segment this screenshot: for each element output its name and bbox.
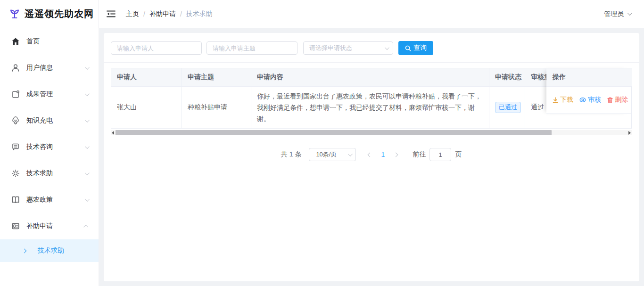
download-label: 下载: [560, 96, 573, 104]
delete-link[interactable]: 删除: [607, 96, 628, 104]
cell-status: 已通过: [489, 87, 525, 129]
chevron-down-icon: [385, 45, 389, 50]
scroll-right-arrow-icon[interactable]: [628, 131, 631, 135]
cell-applicant: 张大山: [111, 87, 182, 129]
cell-operations: 下载 审核: [546, 87, 631, 114]
chevron-down-icon: [627, 11, 632, 16]
chevron-down-icon: [85, 91, 90, 96]
scrollbar-thumb[interactable]: [116, 130, 552, 135]
applications-table: 申请人 申请主题 申请内容 申请状态 审核意见 张大山 种粮补贴申请 你好，最近…: [111, 68, 632, 129]
delete-label: 删除: [615, 96, 628, 104]
fixed-operation-column: 操作 下载: [546, 68, 631, 114]
admin-name: 管理员: [604, 10, 624, 18]
cell-subject: 种粮补贴申请: [182, 87, 251, 129]
col-header-applicant: 申请人: [111, 68, 182, 87]
review-label: 审核: [588, 96, 601, 104]
content-card: 请选择申请状态 查询 申请人: [104, 33, 639, 281]
admin-dropdown[interactable]: 管理员: [604, 10, 644, 18]
sidebar-item-label: 补助申请: [26, 222, 85, 230]
page-size-value: 10条/页: [316, 150, 348, 159]
breadcrumb-home[interactable]: 主页: [126, 10, 139, 18]
sidebar-item-knowledge[interactable]: 知识充电: [0, 107, 99, 134]
pagination: 共 1 条 10条/页 1 前往 页: [111, 148, 632, 161]
goto-page-input[interactable]: [429, 148, 451, 161]
chevron-down-icon: [85, 197, 90, 202]
status-badge: 已通过: [495, 102, 521, 113]
col-header-status: 申请状态: [489, 68, 525, 87]
download-link[interactable]: 下载: [553, 96, 573, 104]
chevron-down-icon: [85, 171, 90, 175]
header-left: 主页 / 补助申请 / 技术求助: [99, 10, 604, 18]
total-count: 共 1 条: [281, 150, 302, 159]
subject-input[interactable]: [206, 41, 297, 55]
sidebar-item-label: 惠农政策: [26, 196, 85, 204]
sidebar-item-label: 技术求助: [26, 169, 85, 178]
knowledge-icon: [11, 116, 20, 125]
card-icon: [11, 222, 20, 230]
chevron-down-icon: [85, 65, 90, 70]
next-page-button[interactable]: [389, 153, 402, 156]
sidebar-item-tech-help[interactable]: 技术求助: [0, 160, 99, 187]
sidebar: 首页 用户信息 成果管理: [0, 28, 99, 286]
col-header-operation: 操作: [546, 68, 631, 87]
top-header: 遥遥领先助农网 主页 / 补助申请 / 技术求助 管理员: [0, 0, 644, 28]
chevron-left-icon: [368, 152, 372, 157]
review-link[interactable]: 审核: [579, 96, 601, 104]
prev-page-button[interactable]: [363, 153, 376, 156]
user-icon: [11, 64, 20, 72]
breadcrumb-current: 技术求助: [186, 10, 213, 18]
col-header-subject: 申请主题: [182, 68, 251, 87]
scroll-left-arrow-icon[interactable]: [112, 131, 114, 135]
query-button-label: 查询: [413, 44, 427, 52]
chevron-down-icon: [348, 152, 353, 156]
sprout-logo-icon: [8, 8, 21, 20]
sidebar-item-label: 技术咨询: [26, 143, 85, 151]
chevron-down-icon: [85, 144, 90, 149]
logo[interactable]: 遥遥领先助农网: [0, 0, 99, 28]
sidebar-item-label: 首页: [26, 37, 88, 46]
query-button[interactable]: 查询: [398, 41, 433, 55]
sidebar-item-user-info[interactable]: 用户信息: [0, 55, 99, 81]
col-header-content: 申请内容: [251, 68, 489, 87]
open-book-icon: [11, 196, 20, 204]
search-bar: 请选择申请状态 查询: [111, 41, 632, 55]
sidebar-item-subsidy-apply[interactable]: 补助申请: [0, 213, 99, 239]
home-icon: [11, 37, 20, 46]
sidebar-item-farm-policy[interactable]: 惠农政策: [0, 187, 99, 213]
submenu-item-label: 技术求助: [38, 246, 64, 255]
sidebar-item-label: 用户信息: [26, 64, 85, 72]
breadcrumb-separator: /: [143, 10, 145, 18]
page-size-select[interactable]: 10条/页: [309, 148, 356, 161]
search-icon: [405, 45, 411, 51]
breadcrumb-separator: /: [180, 10, 182, 18]
main-content: 请选择申请状态 查询 申请人: [99, 28, 644, 286]
horizontal-scrollbar[interactable]: [111, 130, 632, 135]
view-icon: [579, 97, 586, 103]
fold-sidebar-icon[interactable]: [107, 10, 116, 17]
chevron-right-icon: [394, 152, 398, 157]
goto-label: 前往: [413, 150, 426, 159]
logo-text: 遥遥领先助农网: [25, 8, 94, 20]
page-number-current[interactable]: 1: [376, 151, 389, 158]
download-icon: [553, 97, 558, 103]
sidebar-item-label: 成果管理: [26, 90, 85, 98]
chevron-down-icon: [85, 118, 90, 123]
sidebar-item-achievements[interactable]: 成果管理: [0, 81, 99, 107]
status-select[interactable]: 请选择申请状态: [303, 41, 393, 55]
cell-content: 你好，最近看到国家出台了惠农政策，农民可以申请种粮补贴，我看了一下，我刚好满足条…: [251, 87, 489, 129]
breadcrumb-subsidy[interactable]: 补助申请: [149, 10, 176, 18]
sidebar-subitem-tech-help[interactable]: 技术求助: [0, 239, 99, 262]
chat-bubble-icon: [11, 143, 20, 151]
sidebar-item-label: 知识充电: [26, 116, 85, 125]
status-select-placeholder: 请选择申请状态: [309, 44, 385, 52]
trash-icon: [607, 97, 613, 103]
chevron-right-icon: [22, 248, 27, 253]
sidebar-item-home[interactable]: 首页: [0, 28, 99, 55]
achievement-icon: [11, 90, 20, 98]
applicant-input[interactable]: [111, 41, 202, 55]
section-divider: [104, 62, 639, 63]
breadcrumb: 主页 / 补助申请 / 技术求助: [126, 10, 213, 18]
sidebar-item-tech-consult[interactable]: 技术咨询: [0, 134, 99, 160]
app-root: 遥遥领先助农网 主页 / 补助申请 / 技术求助 管理员: [0, 0, 644, 286]
sun-icon: [11, 169, 20, 178]
